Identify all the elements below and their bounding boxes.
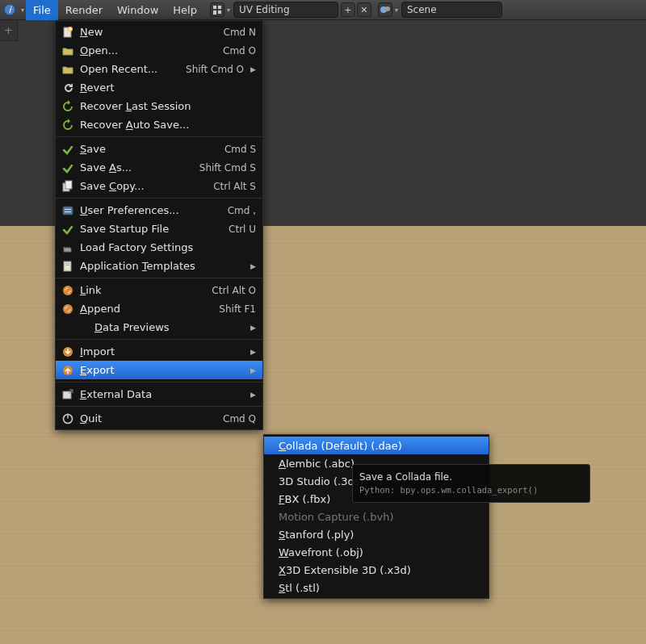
menu-item-shortcut: Cmd , xyxy=(195,205,256,216)
submenu-arrow-icon: ▶ xyxy=(244,324,256,332)
revert-icon xyxy=(61,82,75,94)
layout-dropdown-icon[interactable]: ▾ xyxy=(225,1,232,19)
plus-icon: + xyxy=(4,24,13,36)
menu-item-label: Save xyxy=(80,143,189,155)
export-submenu: Collada (Default) (.dae)Alembic (.abc)3D… xyxy=(263,434,489,599)
menu-item-label: External Data xyxy=(80,388,244,400)
file-menu-link[interactable]: LinkCtrl Alt O xyxy=(56,281,262,299)
menu-item-label: Load Factory Settings xyxy=(80,241,256,253)
export-icon xyxy=(61,364,75,377)
delete-layout-button[interactable]: ✕ xyxy=(357,2,371,17)
svg-point-19 xyxy=(63,286,73,295)
svg-rect-6 xyxy=(218,10,221,14)
file-menu-quit[interactable]: QuitCmd Q xyxy=(56,409,262,428)
file-menu-revert[interactable]: Revert xyxy=(56,78,262,97)
save-copy-icon xyxy=(61,180,75,193)
svg-rect-25 xyxy=(67,413,68,418)
templates-icon xyxy=(61,260,75,273)
editor-type-dropdown-icon[interactable]: ▾ xyxy=(19,1,26,19)
export-stl[interactable]: Stl (.stl) xyxy=(264,579,489,596)
file-menu-user-prefs[interactable]: User Preferences...Cmd , xyxy=(56,201,262,220)
file-menu-save-copy[interactable]: Save Copy...Ctrl Alt S xyxy=(56,177,262,195)
menu-item-shortcut: Shift F1 xyxy=(195,303,256,315)
file-menu-save[interactable]: SaveCmd S xyxy=(56,140,262,158)
menu-item-shortcut: Cmd S xyxy=(195,144,256,155)
svg-rect-13 xyxy=(63,207,73,215)
tooltip-python: Python: bpy.ops.wm.collada_export() xyxy=(359,484,583,497)
file-menu-recover-auto[interactable]: Recover Auto Save... xyxy=(56,115,262,134)
menu-help[interactable]: Help xyxy=(166,0,204,20)
menu-item-shortcut: Ctrl Alt S xyxy=(195,181,256,192)
file-menu-save-as[interactable]: Save As...Shift Cmd S xyxy=(56,158,262,177)
file-menu-load-factory[interactable]: Load Factory Settings xyxy=(56,238,262,257)
menu-window[interactable]: Window xyxy=(110,0,166,20)
submenu-arrow-icon: ▶ xyxy=(244,391,256,399)
menu-item-shortcut: Shift Cmd S xyxy=(195,162,256,174)
submenu-arrow-icon: ▶ xyxy=(244,366,256,374)
prefs-icon xyxy=(61,204,75,217)
tooltip: Save a Collada file. Python: bpy.ops.wm.… xyxy=(352,464,590,503)
scene-dropdown-icon[interactable]: ▾ xyxy=(393,1,400,19)
menu-file[interactable]: File xyxy=(26,0,58,20)
submenu-item-label: Stl (.stl) xyxy=(279,582,482,594)
menu-item-label: Link xyxy=(80,284,189,296)
menu-item-label: Open... xyxy=(80,44,189,56)
file-menu-open-recent[interactable]: Open Recent...Shift Cmd O▶ xyxy=(56,60,262,78)
menu-item-label: Export xyxy=(80,364,244,376)
svg-rect-3 xyxy=(218,6,221,9)
export-ply[interactable]: Stanford (.ply) xyxy=(264,525,489,543)
scene-browse-button[interactable] xyxy=(378,2,392,17)
file-menu-save-startup[interactable]: Save Startup FileCtrl U xyxy=(56,220,262,238)
info-icon[interactable]: i xyxy=(1,1,19,19)
submenu-arrow-icon: ▶ xyxy=(244,348,256,356)
file-menu-new[interactable]: NewCmd N xyxy=(56,23,262,41)
save-icon xyxy=(61,143,75,156)
menu-item-label: Recover Auto Save... xyxy=(80,119,256,131)
recover-icon xyxy=(61,100,75,113)
menu-item-label: User Preferences... xyxy=(80,204,189,216)
menu-item-label: Open Recent... xyxy=(80,63,177,75)
export-x3d[interactable]: X3D Extensible 3D (.x3d) xyxy=(264,561,489,579)
layout-browse-button[interactable] xyxy=(210,2,224,17)
menu-item-shortcut: Ctrl U xyxy=(195,224,256,235)
menu-render[interactable]: Render xyxy=(58,0,110,20)
file-menu-import[interactable]: Import▶ xyxy=(56,342,262,361)
menu-item-label: Save As... xyxy=(80,161,189,174)
menu-item-label: Save Startup File xyxy=(80,223,189,235)
file-menu-open[interactable]: Open...Cmd O xyxy=(56,41,262,60)
file-menu-export[interactable]: Export▶ xyxy=(56,361,262,379)
folder-icon xyxy=(61,44,75,57)
export-collada[interactable]: Collada (Default) (.dae) xyxy=(264,437,489,454)
menu-item-shortcut: Cmd Q xyxy=(195,413,256,424)
top-menu-bar: i ▾ FileRenderWindowHelp ▾ UV Editing + … xyxy=(0,0,646,20)
submenu-arrow-icon: ▶ xyxy=(244,65,256,73)
tooltip-title: Save a Collada file. xyxy=(359,470,583,484)
add-layout-button[interactable]: + xyxy=(341,2,355,17)
file-menu-append[interactable]: AppendShift F1 xyxy=(56,299,262,318)
factory-icon xyxy=(61,241,75,254)
layout-field[interactable]: UV Editing xyxy=(233,2,338,18)
layout-field-text: UV Editing xyxy=(239,4,290,15)
submenu-item-label: X3D Extensible 3D (.x3d) xyxy=(279,564,482,576)
menu-item-label: Import xyxy=(80,345,244,358)
menu-item-shortcut: Cmd O xyxy=(195,45,256,56)
svg-rect-12 xyxy=(65,181,72,189)
menu-item-label: Save Copy... xyxy=(80,180,189,192)
file-menu-external-data[interactable]: External Data▶ xyxy=(56,385,262,404)
svg-rect-15 xyxy=(65,211,71,212)
scene-field[interactable]: Scene xyxy=(401,2,502,18)
svg-point-20 xyxy=(63,304,73,314)
export-bvh: Motion Capture (.bvh) xyxy=(264,508,489,525)
file-menu-data-previews[interactable]: Data Previews▶ xyxy=(56,318,262,337)
file-menu-app-templates[interactable]: Application Templates▶ xyxy=(56,257,262,275)
save-icon xyxy=(61,223,75,236)
menu-item-label: Quit xyxy=(80,412,189,424)
menu-item-shortcut: Ctrl Alt O xyxy=(195,285,256,296)
file-menu-recover-last[interactable]: Recover Last Session xyxy=(56,97,262,115)
submenu-item-label: Collada (Default) (.dae) xyxy=(279,440,482,452)
svg-rect-5 xyxy=(213,10,216,14)
region-expand-button[interactable]: + xyxy=(0,20,18,41)
export-obj[interactable]: Wavefront (.obj) xyxy=(264,543,489,561)
svg-rect-17 xyxy=(65,263,69,264)
submenu-item-label: Motion Capture (.bvh) xyxy=(279,511,482,523)
